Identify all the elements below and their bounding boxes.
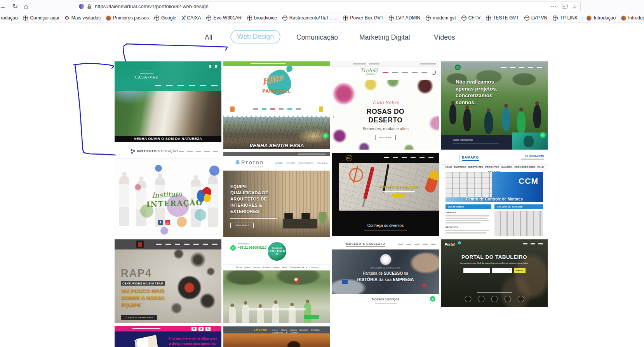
tab-all[interactable]: All xyxy=(205,33,212,42)
bookmark-item[interactable]: TESTE GVT xyxy=(483,13,522,23)
gallery-image xyxy=(494,211,543,236)
pen-stroke-left-box-side xyxy=(75,65,115,155)
globe-icon xyxy=(553,16,558,21)
portfolio-tile-dieta[interactable]: 20 18 02 A forma diferente de olhar para… xyxy=(115,326,221,347)
site-nav: HOME SOBRE VANTAGENS GALERIA xyxy=(275,162,328,164)
site-logo: Trelelêgarden xyxy=(360,68,378,76)
browser-toolbar: → ↻ ⌂ https://laienevirtual.com/v1/portf… xyxy=(0,0,644,14)
home-button[interactable]: ⌂ xyxy=(21,2,31,12)
tracking-shield-icon[interactable] xyxy=(78,3,84,10)
bookmark-item[interactable]: Primeiros passos xyxy=(103,13,151,23)
portfolio-tile-paintball[interactable]: Elite PAINTBALL VENHA SENTIR ESSA ✆ xyxy=(223,61,330,149)
phone-number: +55 21 96908-8210 xyxy=(238,246,266,249)
bookmark-item[interactable]: Evo-W301AR xyxy=(204,13,244,23)
globe-icon xyxy=(343,16,348,21)
search-input xyxy=(463,268,490,273)
portfolio-tile-bamaro[interactable]: BAMARO 31 3303-2055 HOME EMPRESA DIRETRI… xyxy=(441,153,548,236)
portfolio-tile-proton[interactable]: ❋ Protonserviços HOME SOBRE VANTAGENS GA… xyxy=(223,152,330,237)
site-topbar xyxy=(332,61,439,67)
paragraph-title: EMPRESA xyxy=(446,211,456,214)
hero-title: PORTAL DO TABULEIRO xyxy=(441,254,548,260)
firefox-icon xyxy=(621,16,626,21)
portfolio-tile-rap4[interactable]: RAP4 CENTURIONS MILSIM TEAM UM POUCO MAI… xyxy=(115,239,221,323)
text-placeholder xyxy=(230,218,277,219)
phone-number: 31 3303-2055 xyxy=(525,154,544,158)
tab-videos[interactable]: Vídeos xyxy=(434,33,455,42)
tab-web-design[interactable]: Web Design xyxy=(230,30,280,44)
portfolio-tile-portal-do-tabuleiro[interactable]: Portal PORTAL DO TABULEIRO A maneira mai… xyxy=(441,239,548,307)
portfolio-tile-instituto-trilhar[interactable]: ✆ +55 21 96908-8210 Instituto TRILHAR RJ… xyxy=(223,240,330,323)
bookmark-label: CFTV xyxy=(468,15,480,21)
portfolio-tile-esporte[interactable]: Não realizamos apenas projetos, concreti… xyxy=(441,61,548,150)
paragraph-title: PRODUTOS xyxy=(446,226,458,228)
portfolio-tile-rosas-do-deserto[interactable]: Trelelêgarden ‹ › Tudo Sobre ROSAS DODES… xyxy=(332,61,439,150)
address-bar[interactable]: https://laienevirtual.com/v1/portfolio/8… xyxy=(75,2,581,11)
reload-button[interactable]: ↻ xyxy=(10,2,20,12)
site-header: BAMARO 31 3303-2055 xyxy=(441,153,548,164)
whatsapp-icon: ✆ xyxy=(230,245,236,251)
section-title: Conheça os diversos xyxy=(332,223,439,231)
hero-tagline: Tudo Sobre xyxy=(332,100,439,105)
site-logo: Instituto TRILHAR RJ xyxy=(268,242,286,261)
bookmark-item[interactable]: broadvoice xyxy=(244,13,280,23)
globe-icon xyxy=(426,16,431,21)
bookmark-item[interactable]: Power Box GVT xyxy=(340,13,386,23)
globe-icon xyxy=(247,16,252,21)
portfolio-tile-instituto-interacao[interactable]: INSTITUTOINTERAÇÃO Instituto INTERAÇÃO f xyxy=(115,145,221,236)
site-nav: HOME EMPRESA DIRETRIZES PRODUTOS GALERIA… xyxy=(441,164,548,170)
interior-photo: EQUIPE QUALIFICADA DE ARQUITETOS DE INTE… xyxy=(223,171,330,237)
color-dot xyxy=(135,184,141,190)
bookmark-label: broadvoice xyxy=(254,15,277,21)
page-actions-icon[interactable]: ⋯ xyxy=(551,3,557,10)
text-placeholder xyxy=(238,243,249,244)
globe-icon xyxy=(524,16,529,21)
screwdriver xyxy=(363,166,375,200)
site-header: TriTone Home Quem somos Serviços Portfól… xyxy=(223,326,330,333)
tab-comunicacao[interactable]: Comunicação xyxy=(296,33,338,42)
portfolio-tile-casa-vaz[interactable]: CASA-VAZ VENHA OUVIR O SOM DA NATUREZA xyxy=(115,61,221,142)
control-cabinets xyxy=(446,172,492,197)
tab-marketing-digital[interactable]: Marketing Digital xyxy=(359,33,410,42)
bookmark-item[interactable]: modem gvt xyxy=(423,13,458,23)
bookmark-item[interactable]: Começar aqui xyxy=(20,13,62,23)
text-placeholder xyxy=(446,220,489,221)
hero-headline-line1: Parceira de SUCESSO na xyxy=(332,271,439,276)
bookmark-item[interactable]: Rastreamento/T&T :: ... xyxy=(280,13,341,23)
site-header: CASA-VAZ xyxy=(115,61,221,91)
whatsapp-icon: ✆ xyxy=(430,296,435,302)
lion-caption: MACEDO & CASELATO xyxy=(332,267,439,269)
plant xyxy=(318,212,328,225)
business-hero: MACEDO & CASELATO Parceira de SUCESSO na… xyxy=(332,249,439,294)
monitor xyxy=(301,213,310,219)
saiba-mais-button: CLIQUE E SAIBA MAIS xyxy=(121,315,157,320)
bookmark-item[interactable]: Google xyxy=(151,13,179,23)
portfolio-tile-tritone[interactable]: TriTone Home Quem somos Serviços Portfól… xyxy=(223,326,330,347)
color-dot xyxy=(195,209,206,221)
pen-stroke-left-box-top xyxy=(73,63,114,68)
hero-headline: EQUIPE QUALIFICADA DE ARQUITETOS DE INTE… xyxy=(230,184,271,215)
bookmark-item[interactable]: TP-LINK xyxy=(550,13,580,23)
bookmark-star-icon[interactable]: ☆ xyxy=(572,3,577,10)
bookmark-item[interactable]: LVP ADMIN xyxy=(386,13,423,23)
text-placeholder xyxy=(446,222,480,223)
bookmark-item[interactable]: LVP VN xyxy=(522,13,550,23)
bookmark-item[interactable]: XCAIXA xyxy=(179,13,204,23)
bookmark-item[interactable]: Introdução xyxy=(584,13,618,23)
bookmark-item[interactable]: rodução xyxy=(0,13,20,23)
search-button: Buscar xyxy=(514,268,526,273)
player-silhouette xyxy=(463,109,471,131)
bookmark-item[interactable]: Introdução xyxy=(618,13,644,23)
portfolio-tile-macedo-caselato[interactable]: MACEDO & CASELATO MACEDO & CASELATO Parc… xyxy=(332,239,439,307)
url-text[interactable]: https://laienevirtual.com/v1/portfolio/8… xyxy=(95,3,209,9)
site-logo: TriTone xyxy=(254,328,267,332)
ver-mais-button: VER MAIS xyxy=(375,135,396,140)
text-placeholder xyxy=(453,143,499,144)
email-placeholder xyxy=(521,159,544,160)
pocket-icon[interactable] xyxy=(562,4,567,9)
portfolio-tile-ferramentas[interactable]: BL Profissionais treinados Conheça os di… xyxy=(332,153,439,236)
site-header: ✆ +55 21 96908-8210 Instituto TRILHAR RJ xyxy=(223,240,330,264)
bookmark-item[interactable]: ⚙Mais visitados xyxy=(62,13,103,23)
bookmark-item[interactable]: CFTV xyxy=(459,13,483,23)
section-title: Nossos Serviços xyxy=(332,294,439,301)
forward-button[interactable]: → xyxy=(0,2,8,12)
